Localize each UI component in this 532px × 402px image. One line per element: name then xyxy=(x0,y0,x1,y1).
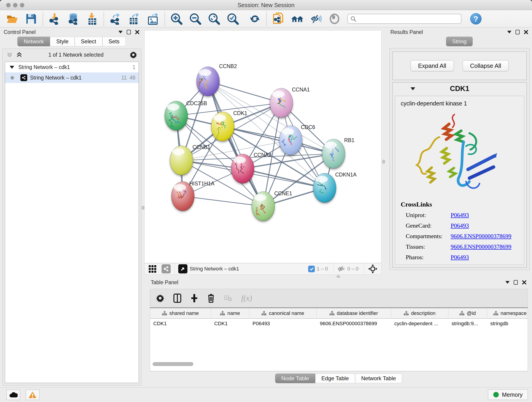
network-node-CDKN1A[interactable]: CDKN1A xyxy=(313,172,357,203)
open-session-icon[interactable] xyxy=(6,13,18,25)
panel-menu-icon[interactable] xyxy=(507,31,511,33)
table-cell[interactable]: P06493 xyxy=(249,319,317,329)
column-header-database-identifier[interactable]: database identifier xyxy=(317,308,391,318)
collapse-all-icon[interactable] xyxy=(7,52,13,58)
tab-sets[interactable]: Sets xyxy=(102,37,126,46)
panel-menu-icon[interactable] xyxy=(119,31,123,33)
table-cell[interactable]: CDK1 xyxy=(211,319,249,329)
table-cell[interactable]: stringdb:9... xyxy=(448,319,487,329)
crosslink-link[interactable]: 9606.ENSP00000378699 xyxy=(451,243,511,250)
search-input[interactable] xyxy=(347,14,462,24)
close-panel-icon[interactable] xyxy=(522,280,526,285)
tab-style[interactable]: Style xyxy=(50,37,75,46)
add-column-icon[interactable] xyxy=(190,294,198,303)
bottom-splitter-handle[interactable] xyxy=(336,275,340,278)
preview-eye-icon[interactable] xyxy=(329,13,341,25)
network-node-CCNE1[interactable]: CCNE1 xyxy=(252,191,292,221)
selected-nodes-checkbox[interactable] xyxy=(308,266,315,272)
tab-node-table[interactable]: Node Table xyxy=(275,374,315,383)
refresh-icon[interactable] xyxy=(249,13,261,25)
column-header-namespace[interactable]: namespace xyxy=(487,308,528,318)
table-settings-gear-icon[interactable] xyxy=(156,294,164,302)
table-cell[interactable]: stringdb xyxy=(487,319,528,329)
network-row[interactable]: String Network – cdk1 11 48 xyxy=(5,72,139,83)
import-table-file-icon[interactable] xyxy=(86,13,98,25)
column-sort-icon xyxy=(329,311,335,316)
network-node-HIST1H1A[interactable]: HIST1H1A xyxy=(171,181,215,211)
column-header-description[interactable]: description xyxy=(391,308,448,318)
crosslink-row: Compartments:9606.ENSP00000378699 xyxy=(401,233,519,240)
left-splitter-handle[interactable] xyxy=(142,206,145,210)
network-node-CCNB2[interactable]: CCNB2 xyxy=(196,63,237,96)
column-header-label: namespace xyxy=(500,310,527,316)
network-collection-row[interactable]: String Network – cdk1 1 xyxy=(5,62,139,72)
close-panel-icon[interactable] xyxy=(135,30,139,34)
column-header--id[interactable]: @id xyxy=(448,308,487,318)
zoom-fit-icon[interactable] xyxy=(208,13,220,25)
column-header-shared-name[interactable]: shared name xyxy=(150,308,211,318)
crosslink-link[interactable]: P06493 xyxy=(451,254,469,261)
function-builder-icon: f(x) xyxy=(241,294,252,303)
network-edge-HIST1H1A-CCNE1[interactable] xyxy=(183,196,263,206)
float-panel-icon[interactable] xyxy=(127,30,131,34)
open-in-window-icon[interactable] xyxy=(178,264,187,274)
hide-selected-icon[interactable] xyxy=(310,13,322,25)
crosslink-link[interactable]: P06493 xyxy=(451,222,469,229)
show-columns-icon[interactable] xyxy=(173,294,181,303)
network-node-CDC6[interactable]: CDC6 xyxy=(279,124,315,155)
fit-content-crosshair-icon[interactable] xyxy=(368,264,378,274)
export-image-icon[interactable] xyxy=(147,13,159,25)
network-view-canvas[interactable]: CCNB2CCNA1CDC25BCDK1CDC6RB1CCNB1CCNA2CDK… xyxy=(144,30,381,263)
network-share-icon[interactable] xyxy=(162,264,171,274)
collapse-all-button[interactable]: Collapse All xyxy=(462,60,509,71)
horizontal-scrollbar-thumb[interactable] xyxy=(152,362,193,366)
control-panel-tabs: NetworkStyleSelectSets xyxy=(0,37,143,46)
tab-edge-table[interactable]: Edge Table xyxy=(315,374,355,383)
tab-network[interactable]: Network xyxy=(17,37,50,46)
column-header-canonical-name[interactable]: canonical name xyxy=(249,308,317,318)
crosslink-label: GeneCard: xyxy=(401,222,451,229)
table-cell[interactable]: cyclin-dependent ... xyxy=(391,319,448,329)
close-panel-icon[interactable] xyxy=(524,30,528,34)
network-edge-CCNB2-CCNE1[interactable] xyxy=(208,81,263,206)
expand-all-icon[interactable] xyxy=(16,52,22,58)
network-node-RB1[interactable]: RB1 xyxy=(322,137,355,168)
import-network-file-icon[interactable] xyxy=(49,13,60,25)
export-table-icon[interactable] xyxy=(128,13,140,25)
table-cell[interactable]: 9606.ENSP00000378699 xyxy=(317,319,391,329)
right-splitter-handle[interactable] xyxy=(382,160,385,164)
gear-icon[interactable] xyxy=(130,51,137,58)
network-node-CCNA1[interactable]: CCNA1 xyxy=(270,87,310,118)
node-label-RB1: RB1 xyxy=(344,137,355,143)
zoom-in-icon[interactable] xyxy=(171,13,182,25)
float-panel-icon[interactable] xyxy=(515,30,520,34)
table-row[interactable]: CDK1CDK1P064939606.ENSP00000378699cyclin… xyxy=(150,319,528,329)
delete-column-trash-icon[interactable] xyxy=(207,294,215,303)
string-home-icon[interactable] xyxy=(291,13,303,25)
network-edge-CCNA2-CDKN1A[interactable] xyxy=(243,169,325,188)
zoom-out-icon[interactable] xyxy=(189,13,201,25)
crosslink-link[interactable]: 9606.ENSP00000378699 xyxy=(451,233,511,240)
column-header-name[interactable]: name xyxy=(211,308,249,318)
table-cell[interactable]: CDK1 xyxy=(150,319,211,329)
cloud-status-button[interactable] xyxy=(6,390,20,400)
collapse-arrow-icon[interactable] xyxy=(10,66,14,69)
float-panel-icon[interactable] xyxy=(514,280,518,285)
crosslink-link[interactable]: P06493 xyxy=(451,212,469,219)
save-session-icon[interactable] xyxy=(25,13,37,25)
export-network-icon[interactable] xyxy=(109,13,121,25)
help-icon[interactable]: ? xyxy=(470,13,481,25)
zoom-selected-icon[interactable] xyxy=(227,13,239,25)
collapse-section-icon[interactable] xyxy=(411,87,415,90)
expand-all-button[interactable]: Expand All xyxy=(411,60,454,71)
tab-network-table[interactable]: Network Table xyxy=(355,374,402,383)
birdseye-grid-icon[interactable] xyxy=(148,264,157,274)
panel-menu-icon[interactable] xyxy=(505,281,510,284)
memory-button[interactable]: Memory xyxy=(488,389,528,400)
import-network-database-icon[interactable] xyxy=(67,13,79,25)
share-document-icon[interactable] xyxy=(272,13,284,25)
table-tabs: Node TableEdge TableNetwork Table xyxy=(148,374,529,383)
tab-string[interactable]: String xyxy=(446,37,473,46)
tab-select[interactable]: Select xyxy=(75,37,102,46)
warnings-button[interactable] xyxy=(26,390,39,400)
